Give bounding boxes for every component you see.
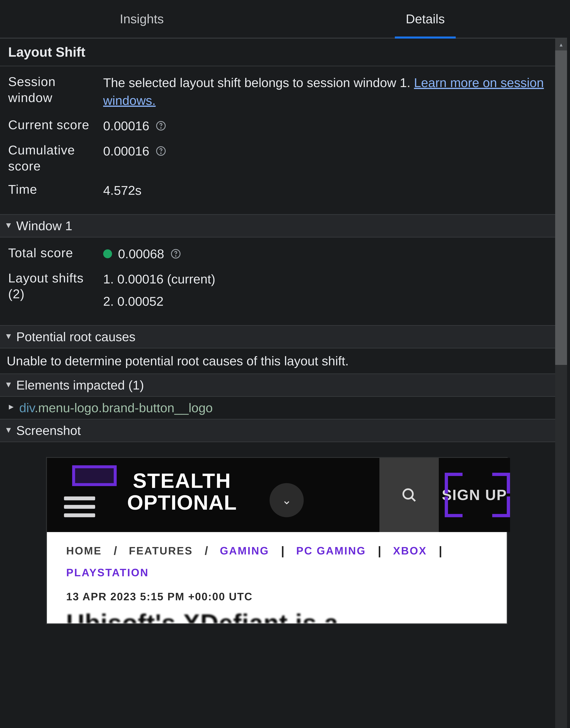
impacted-element-link[interactable]: div.menu-logo.brand-button__logo <box>19 401 213 415</box>
site-logo: STEALTH OPTIONAL <box>108 470 256 513</box>
screenshot-timestamp: 13 APR 2023 5:15 PM +00:00 UTC <box>47 585 507 606</box>
total-score-value: 0.00068 <box>118 245 164 263</box>
elements-impacted-header[interactable]: ▼ Elements impacted (1) <box>0 374 567 397</box>
chevron-down-icon: ▼ <box>4 220 12 230</box>
bracket-decoration <box>492 473 510 494</box>
status-good-icon <box>103 249 112 258</box>
svg-point-3 <box>161 153 161 153</box>
screenshot-preview: STEALTH OPTIONAL ⌄ SIGN UP <box>0 442 567 624</box>
help-icon[interactable] <box>155 120 167 132</box>
current-score-label: Current score <box>8 117 103 133</box>
svg-point-5 <box>176 256 176 256</box>
screenshot-image: STEALTH OPTIONAL ⌄ SIGN UP <box>46 457 508 624</box>
time-label: Time <box>8 181 103 197</box>
session-window-value: The selected layout shift belongs to ses… <box>103 74 559 109</box>
screenshot-header[interactable]: ▼ Screenshot <box>0 419 567 442</box>
current-score-value: 0.00016 <box>103 117 149 135</box>
total-score-label: Total score <box>8 245 103 261</box>
sign-up-button: SIGN UP <box>439 458 510 532</box>
layout-shift-item[interactable]: 1. 0.00016 (current) <box>103 270 215 288</box>
root-causes-header[interactable]: ▼ Potential root causes <box>0 325 567 348</box>
help-icon[interactable] <box>170 248 182 260</box>
scroll-area: Layout Shift Session window The selected… <box>0 39 567 728</box>
scrollbar-track[interactable]: ▴ <box>555 39 567 728</box>
svg-point-6 <box>403 489 413 499</box>
svg-line-7 <box>412 498 415 501</box>
window-1-header[interactable]: ▼ Window 1 <box>0 214 567 237</box>
root-causes-title: Potential root causes <box>16 329 135 344</box>
summary-properties: Session window The selected layout shift… <box>0 66 567 214</box>
layout-shifts-list: 1. 0.00016 (current) 2. 0.00052 <box>103 270 215 310</box>
layout-shifts-label: Layout shifts (2) <box>8 270 103 302</box>
screenshot-title: Screenshot <box>16 423 81 438</box>
scroll-up-button[interactable]: ▴ <box>555 39 567 50</box>
cumulative-score-label: Cumulative score <box>8 142 103 174</box>
help-icon[interactable] <box>155 145 167 157</box>
chevron-down-icon: ▼ <box>4 425 12 435</box>
scrollbar-thumb[interactable] <box>555 50 567 365</box>
time-value: 4.572s <box>103 181 141 199</box>
impacted-element-row[interactable]: ▼ div.menu-logo.brand-button__logo <box>0 397 567 419</box>
root-causes-body: Unable to determine potential root cause… <box>0 348 567 374</box>
screenshot-site-header: STEALTH OPTIONAL ⌄ SIGN UP <box>47 458 507 532</box>
tab-details[interactable]: Details <box>284 0 567 38</box>
tab-bar: Insights Details <box>0 0 567 39</box>
chevron-down-icon: ▼ <box>4 331 12 341</box>
chevron-right-icon: ▼ <box>6 403 15 411</box>
window-1-title: Window 1 <box>16 218 72 233</box>
screenshot-breadcrumb: HOME/ FEATURES/ GAMING| PC GAMING| XBOX|… <box>47 532 507 585</box>
details-panel: Insights Details Layout Shift Session wi… <box>0 0 567 728</box>
hamburger-menu-icon <box>64 497 95 517</box>
panel-title: Layout Shift <box>0 39 567 66</box>
tab-insights[interactable]: Insights <box>0 0 284 38</box>
dropdown-chevron-icon: ⌄ <box>270 483 304 517</box>
layout-shift-item[interactable]: 2. 0.00052 <box>103 292 215 310</box>
cumulative-score-value: 0.00016 <box>103 142 149 160</box>
chevron-down-icon: ▼ <box>4 380 12 389</box>
screenshot-headline: Ubisoft's XDefiant is a <box>47 606 507 623</box>
bracket-decoration <box>445 497 463 517</box>
bracket-decoration <box>492 497 510 517</box>
session-window-label: Session window <box>8 74 103 106</box>
svg-point-1 <box>161 128 161 128</box>
bracket-decoration <box>445 473 463 494</box>
session-window-text: The selected layout shift belongs to ses… <box>103 75 414 90</box>
window-1-properties: Total score 0.00068 Layout shifts (2) 1.… <box>0 237 567 325</box>
elements-impacted-title: Elements impacted (1) <box>16 378 144 393</box>
search-icon <box>379 458 439 532</box>
